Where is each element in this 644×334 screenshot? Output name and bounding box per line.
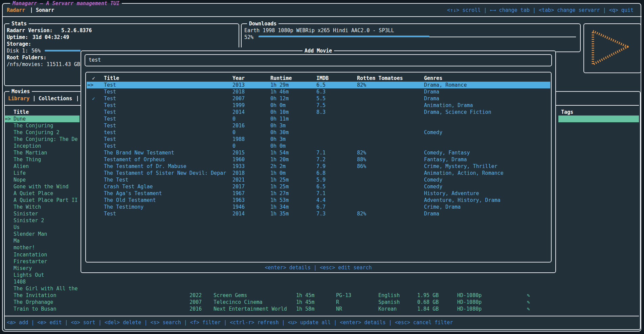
result-imdb: 8.3	[316, 109, 326, 116]
movie-list-item[interactable]: Sinister 2	[0, 217, 81, 224]
result-year: 1963	[232, 197, 245, 204]
movie-size: 0.68 GB	[417, 299, 439, 306]
movie-table-row[interactable]: 2022Screen Gems1h 45mPG-13English1.95 GB…	[0, 292, 644, 299]
movie-search-input[interactable]	[85, 54, 552, 66]
movie-list-item[interactable]: Alien	[0, 163, 81, 170]
movie-title: 1408	[14, 278, 26, 285]
result-year: 2018	[232, 170, 245, 176]
movie-studio: Telecinco Cinema	[214, 299, 263, 306]
result-genres: Drama	[424, 88, 439, 95]
download-item-name: Earth 1998 1080p WEBRip x265 Hindi AAC2.…	[244, 27, 394, 34]
movie-list-item[interactable]: The Conjuring 2	[0, 129, 81, 136]
movie-runtime: 1h 45m	[296, 299, 314, 306]
result-title: Testament of Orpheus	[104, 156, 165, 163]
result-year: 0	[232, 129, 236, 136]
search-result-row[interactable]: The Testament of Dr. Mabuse19332h 2m7.98…	[87, 163, 550, 170]
search-result-row[interactable]: The Testimony19461h 34m6.7Crime, Drama	[87, 204, 550, 210]
search-result-row[interactable]: Test19880h 3m	[87, 136, 550, 143]
search-result-row[interactable]: Crash Test Aglae20171h 25m6.5Comedy	[87, 183, 550, 190]
search-result-row[interactable]: Test19990h 0m7.5Animation, Drama	[87, 102, 550, 109]
selection-arrow-icon: =>	[5, 116, 11, 122]
movie-list-item[interactable]: Us	[0, 224, 81, 231]
result-runtime: 1h 53m	[270, 197, 289, 204]
movie-list-item[interactable]: The Conjuring: The De	[0, 136, 81, 143]
movies-tab-library[interactable]: Library	[8, 95, 29, 102]
search-result-row[interactable]: The Testament of Sister New Devil: Depar…	[87, 170, 550, 176]
movie-list-item[interactable]: Life	[0, 170, 81, 176]
uptime-value: 31d 04:32:49	[32, 34, 69, 41]
search-result-row[interactable]: Test20140h 10m8.3Drama, Science Fiction	[87, 109, 550, 116]
root-folders-label: Root Folders:	[7, 54, 46, 61]
movie-list-item[interactable]: 1408	[0, 278, 81, 285]
result-title: Test	[104, 102, 116, 109]
movie-table-row[interactable]: 2016Next Entertainment World1h 58mNRKore…	[0, 306, 644, 312]
search-result-row[interactable]: =>Test20131h 29m6.582%Drama, Romance	[87, 82, 550, 88]
movie-title: Gone with the Wind	[14, 183, 69, 190]
movie-list-item[interactable]: mother!	[0, 244, 81, 251]
result-genres: History, Adventure	[424, 190, 479, 197]
column-header: Genres	[424, 75, 442, 82]
movie-runtime: 1h 58m	[296, 306, 314, 312]
search-result-row[interactable]: ✓Test20070h 12m5.5Drama	[87, 95, 550, 102]
selected-row-tags-highlight	[558, 116, 639, 122]
movies-footer-divider	[4, 316, 639, 316]
edit-pencil-icon: ✎	[527, 306, 530, 312]
movie-table-row[interactable]: 2007Telecinco Cinema1h 45mRSpanish0.68 G…	[0, 299, 644, 306]
result-genres: Animation, Drama	[424, 102, 473, 109]
search-result-row[interactable]: The Aga's Testament19671h 27m7.1History,…	[87, 190, 550, 197]
movie-size: 1.84 GB	[417, 306, 439, 312]
search-result-row[interactable]: The Old Testament19631h 53m4.4Adventure,…	[87, 197, 550, 204]
result-title: Test	[104, 136, 116, 143]
search-result-row[interactable]: test00h 30mComedy	[87, 129, 550, 136]
search-result-row[interactable]: Test20160h 3m	[87, 122, 550, 129]
movie-list-item[interactable]: Ma	[0, 237, 81, 244]
search-result-row[interactable]: Test00h 11m	[87, 116, 550, 122]
search-result-row[interactable]: The Brand New Testament20151h 54m7.182%C…	[87, 149, 550, 156]
movie-list-item[interactable]: A Quiet Place	[0, 190, 81, 197]
movie-title: Nope	[14, 176, 26, 183]
search-result-row[interactable]: Testament of Orpheus19601h 20m7.288%Fant…	[87, 156, 550, 163]
tab-radarr[interactable]: Radarr	[7, 7, 25, 14]
result-runtime: 0h 12m	[270, 95, 289, 102]
movie-list-item[interactable]: Gone with the Wind	[0, 183, 81, 190]
movie-list-item[interactable]: A Quiet Place Part II	[0, 197, 81, 204]
movie-title: Sinister	[14, 210, 38, 217]
result-year: 2016	[232, 122, 245, 129]
movie-list-item[interactable]: The Thing	[0, 156, 81, 163]
movie-list-item[interactable]: The Witch	[0, 204, 81, 210]
movie-list-item[interactable]: Firestarter	[0, 258, 81, 265]
radarr-version-label: Radarr Version:	[7, 27, 52, 34]
result-year: 2018	[232, 88, 245, 95]
movie-list-item[interactable]: Sinister	[0, 210, 81, 217]
result-imdb: 6.3	[316, 88, 326, 95]
search-result-row[interactable]: Test00h 0m	[87, 143, 550, 149]
result-title: The Test	[104, 176, 128, 183]
movie-quality: HD-1080p	[457, 299, 482, 306]
movie-list-item[interactable]: Lights Out	[0, 272, 81, 278]
movie-list-item[interactable]: Slender Man	[0, 231, 81, 237]
movie-title: The Conjuring 2	[14, 129, 59, 136]
movie-studio: Screen Gems	[214, 292, 247, 299]
movie-list-item[interactable]: The Girl with All the	[0, 285, 81, 292]
result-year: 1999	[232, 102, 245, 109]
movie-list-item[interactable]: =>Dune	[0, 116, 81, 122]
movie-title: The Conjuring: The De	[14, 136, 78, 143]
movie-list-item[interactable]: The Conjuring	[0, 122, 81, 129]
movie-title: Firestarter	[14, 258, 47, 265]
movie-list-item[interactable]: The Martian	[0, 149, 81, 156]
result-runtime: 1h 54m	[270, 149, 289, 156]
movies-tab-collections[interactable]: Collections	[39, 95, 72, 102]
result-year: 1967	[232, 190, 245, 197]
movie-list-item[interactable]: Misery	[0, 265, 81, 272]
column-header: IMDB	[316, 75, 329, 82]
movie-list-item[interactable]: Nope	[0, 176, 81, 183]
result-runtime: 0h 0m	[270, 143, 286, 149]
movie-list-item[interactable]: Inception	[0, 143, 81, 149]
tab-sonarr[interactable]: Sonarr	[36, 7, 54, 14]
result-rotten-tomatoes: 82%	[357, 149, 366, 156]
movie-title: Lights Out	[14, 272, 44, 278]
movie-list-item[interactable]: Incantation	[0, 251, 81, 258]
search-result-row[interactable]: Test20141h 35m7.382%Drama	[87, 210, 550, 217]
search-result-row[interactable]: The Test20211h 25m5.9Comedy	[87, 176, 550, 183]
search-result-row[interactable]: Test20181h 46m6.3Drama	[87, 88, 550, 95]
